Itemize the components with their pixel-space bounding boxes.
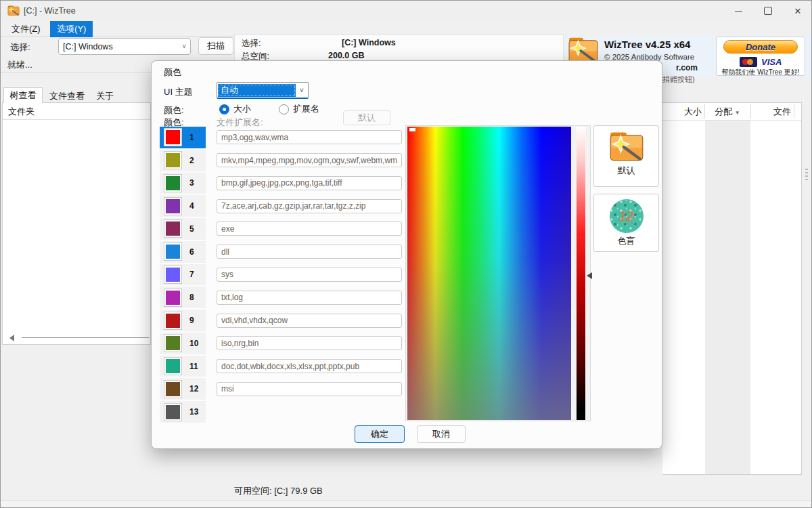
color-row[interactable]: 11 (160, 356, 206, 377)
radio-color-by-size[interactable]: 大小 (219, 103, 251, 115)
donate-panel: Donate VISA 帮助我们使 WizTree 更好! (716, 37, 805, 76)
color-swatch[interactable] (164, 266, 181, 283)
radio-off-icon (279, 104, 289, 114)
color-row[interactable]: 10 (160, 333, 206, 354)
horizontal-scrollbar[interactable] (22, 337, 149, 338)
color-row[interactable]: 6 (160, 241, 206, 263)
drive-combobox[interactable]: [C:] Windows ˅ (58, 38, 191, 55)
color-swatch[interactable] (164, 335, 181, 352)
extension-slot (217, 356, 405, 377)
color-number: 3 (189, 178, 194, 188)
default-colors-button[interactable]: 默认 (593, 125, 659, 187)
color-swatch[interactable] (164, 358, 181, 375)
vertical-scrollbar-grip[interactable] (805, 169, 808, 182)
hue-saturation-gradient[interactable] (407, 127, 571, 420)
color-swatch[interactable] (164, 129, 181, 146)
color-number: 4 (189, 201, 194, 211)
color-row[interactable]: 1 (160, 127, 206, 148)
color-row[interactable]: 7 (160, 264, 206, 286)
list-header-row: 大小 分配 ▼ 文件 (662, 103, 801, 121)
extension-input[interactable] (217, 291, 402, 305)
close-button[interactable]: ✕ (783, 1, 812, 21)
info-total-value: 200.0 GB (328, 51, 365, 60)
donate-button[interactable]: Donate (723, 40, 798, 54)
extension-input[interactable] (217, 221, 402, 236)
color-swatch[interactable] (164, 175, 181, 192)
color-swatch[interactable] (164, 381, 181, 398)
color-row-list: 12345678910111213 (160, 127, 206, 423)
ishihara-number: 12 (618, 209, 633, 224)
extension-input[interactable] (217, 245, 402, 259)
cancel-button[interactable]: 取消 (417, 425, 466, 443)
files-column-header[interactable]: 文件 (752, 106, 791, 118)
color-row[interactable]: 5 (160, 218, 206, 240)
color-row[interactable]: 13 (160, 401, 206, 423)
minimize-button[interactable] (723, 1, 753, 21)
extension-input[interactable] (217, 382, 402, 396)
column-divider (750, 104, 751, 119)
ui-theme-combobox[interactable]: 自动 ˅ (217, 82, 309, 99)
extension-slot (217, 195, 405, 217)
default-extensions-button[interactable]: 默认 (343, 110, 390, 125)
color-row[interactable]: 3 (160, 173, 206, 194)
brightness-slider-arrow-icon[interactable] (587, 272, 592, 279)
color-row[interactable]: 4 (160, 195, 206, 217)
ishihara-test-icon: 12 (610, 199, 644, 233)
color-number: 7 (189, 270, 194, 279)
menu-options[interactable]: 选项(Y) (50, 21, 93, 37)
colorblind-button[interactable]: 12 色盲 (593, 194, 659, 252)
wiztree-logo-icon (609, 130, 644, 163)
color-swatch[interactable] (164, 220, 181, 237)
extension-input[interactable] (217, 153, 402, 167)
extension-slot (217, 173, 405, 194)
drive-combobox-value: [C:] Windows (63, 42, 113, 51)
tab-about[interactable]: 关于 (91, 89, 118, 103)
title-bar: [C:] - WizTree ✕ (1, 1, 811, 21)
color-swatch[interactable] (164, 404, 181, 421)
color-swatch[interactable] (164, 198, 181, 215)
extension-input[interactable] (217, 359, 402, 373)
color-swatch[interactable] (164, 289, 181, 306)
colors-dialog: 颜色 UI 主题 自动 ˅ 颜色: 大小 扩展名 颜色: 文件扩展名: 默认 1… (151, 60, 662, 449)
radio-color-by-extension[interactable]: 扩展名 (279, 103, 319, 115)
donate-hint-fragment: 捐赠按钮) (662, 75, 695, 85)
color-swatch[interactable] (164, 312, 181, 329)
chevron-down-icon: ˅ (182, 43, 186, 50)
color-mode-label: 颜色: (164, 104, 184, 117)
extension-input[interactable] (217, 268, 402, 282)
color-row[interactable]: 9 (160, 310, 206, 331)
maximize-button[interactable] (753, 1, 783, 21)
select-label: 选择: (10, 41, 30, 54)
default-card-label: 默认 (618, 165, 635, 177)
hscroll-left-arrow-icon[interactable] (9, 335, 14, 341)
ok-button[interactable]: 确定 (355, 425, 405, 443)
size-column-header[interactable]: 大小 (662, 106, 702, 118)
color-row[interactable]: 12 (160, 378, 206, 400)
extension-input[interactable] (217, 336, 402, 350)
color-row[interactable]: 2 (160, 150, 206, 171)
tab-file-view[interactable]: 文件查看 (45, 89, 89, 103)
extension-slot (217, 264, 405, 286)
color-row[interactable]: 8 (160, 287, 206, 308)
radio-ext-label: 扩展名 (293, 103, 319, 115)
scan-button[interactable]: 扫描 (198, 37, 233, 55)
extension-slot (217, 150, 405, 171)
color-swatch[interactable] (164, 243, 181, 260)
visa-icon: VISA (761, 57, 782, 67)
brightness-strip[interactable] (577, 127, 585, 420)
info-select-label: 选择: (242, 38, 261, 49)
folder-column-header[interactable]: 文件夹 (3, 103, 150, 120)
window-title: [C:] - WizTree (24, 6, 76, 16)
extension-input[interactable] (217, 314, 402, 328)
extension-slot (217, 378, 405, 400)
menu-file[interactable]: 文件(Z) (5, 21, 47, 37)
statusbar-bottom (1, 501, 811, 508)
tab-tree-view[interactable]: 树查看 (3, 87, 43, 103)
allocated-column-header[interactable]: 分配 ▼ (705, 106, 750, 118)
extension-input[interactable] (217, 176, 402, 190)
extension-input[interactable] (217, 199, 402, 213)
extension-input[interactable] (217, 130, 402, 144)
donate-help-text: 帮助我们使 WizTree 更好! (717, 68, 805, 77)
website-url-fragment[interactable]: r.com (676, 63, 698, 72)
color-swatch[interactable] (164, 152, 181, 169)
